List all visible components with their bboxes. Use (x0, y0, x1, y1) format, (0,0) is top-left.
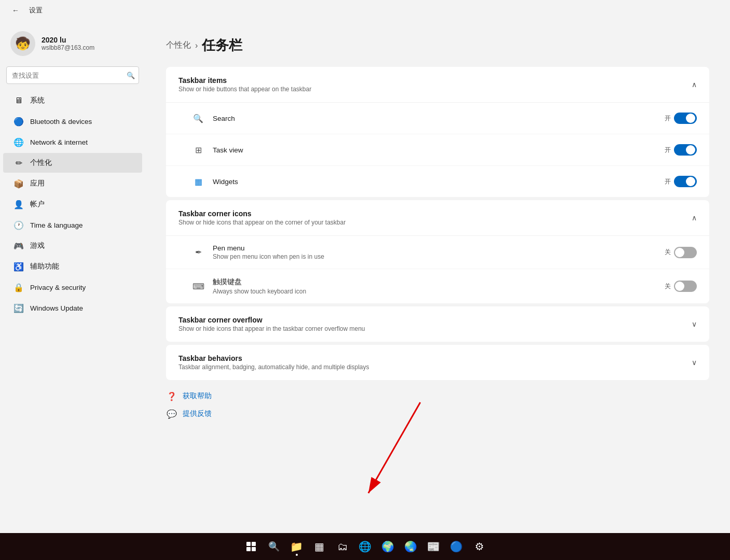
taskbar-browser1-button[interactable]: 🌐 (355, 536, 376, 557)
taskbar-corner-icons-subtitle: Show or hide icons that appear on the co… (178, 219, 346, 226)
taskbar-corner-overflow-chevron: ∨ (692, 320, 697, 328)
touch-keyboard-toggle-label: 关 (665, 282, 671, 291)
sidebar-item-gaming-label: 游戏 (30, 241, 45, 250)
main-content: 个性化 › 任务栏 Taskbar items Show or hide but… (145, 21, 730, 533)
taskbar-corner-icons-card: Taskbar corner icons Show or hide icons … (166, 200, 709, 303)
widgets-toggle[interactable] (674, 176, 697, 187)
sidebar-item-system-label: 系统 (30, 96, 45, 105)
search-icon: 🔍 (127, 72, 135, 79)
user-email: wslbb87@163.com (42, 44, 94, 51)
back-icon: ← (12, 6, 19, 15)
sidebar-item-windows-update[interactable]: 🔄 Windows Update (3, 298, 142, 318)
taskbar: 🔍 📁 ▦ 🗂 🌐 🌍 🌏 📰 🔵 ⚙ (0, 533, 730, 560)
accessibility-icon: ♿ (13, 261, 24, 272)
get-help-label: 获取帮助 (183, 391, 212, 401)
taskbar-corner-icons-title: Taskbar corner icons (178, 209, 346, 218)
widgets-setting-row: ▦ Widgets 开 (166, 166, 709, 197)
help-links: ❓ 获取帮助 💬 提供反馈 (166, 390, 709, 419)
sidebar-item-time-label: Time & language (30, 221, 83, 229)
taskbar-corner-icons-header[interactable]: Taskbar corner icons Show or hide icons … (166, 200, 709, 235)
taskbar-search-button[interactable]: 🔍 (264, 536, 284, 557)
bluetooth-icon: 🔵 (13, 116, 24, 127)
window-title: 设置 (29, 6, 43, 15)
taskbar-settings-button[interactable]: ⚙ (469, 536, 490, 557)
taskview-toggle-label: 开 (665, 146, 671, 155)
taskbar-search-icon: 🔍 (268, 541, 280, 552)
feedback-label: 提供反馈 (183, 409, 212, 418)
taskbar-behaviors-chevron: ∨ (692, 358, 697, 367)
taskbar-browser3-button[interactable]: 🌏 (401, 536, 421, 557)
search-toggle[interactable] (674, 113, 697, 124)
taskbar-items-subtitle: Show or hide buttons that appear on the … (178, 86, 311, 93)
sidebar-item-network-label: Network & internet (30, 138, 88, 146)
network-icon: 🌐 (13, 137, 24, 147)
user-info: 2020 lu wslbb87@163.com (42, 36, 94, 51)
taskbar-browser1-icon: 🌐 (359, 540, 371, 553)
sidebar-item-accessibility[interactable]: ♿ 辅助功能 (3, 257, 142, 276)
search-setting-icon: 🔍 (191, 111, 205, 125)
breadcrumb-current: 任务栏 (202, 36, 242, 54)
search-input[interactable] (6, 66, 139, 84)
sidebar-item-network[interactable]: 🌐 Network & internet (3, 132, 142, 152)
sidebar-item-privacy[interactable]: 🔒 Privacy & security (3, 277, 142, 297)
taskbar-files-icon: 📁 (290, 540, 303, 553)
taskbar-folder-button[interactable]: 🗂 (332, 536, 353, 557)
sidebar-item-accounts[interactable]: 👤 帐户 (3, 194, 142, 214)
widgets-toggle-label: 开 (665, 177, 671, 186)
taskbar-widgets-button[interactable]: ▦ (309, 536, 330, 557)
taskbar-corner-icons-chevron: ∧ (692, 214, 697, 222)
back-button[interactable]: ← (8, 3, 23, 18)
search-box: 🔍 (6, 66, 139, 84)
privacy-icon: 🔒 (13, 282, 24, 292)
breadcrumb-separator: › (195, 41, 198, 50)
pen-menu-label: Pen menu (213, 244, 665, 252)
taskbar-app1-button[interactable]: 📰 (423, 536, 444, 557)
touch-keyboard-icon: ⌨ (191, 279, 205, 293)
search-toggle-label: 开 (665, 114, 671, 123)
taskbar-corner-icons-body: ✒ Pen menu Show pen menu icon when pen i… (166, 235, 709, 303)
taskbar-behaviors-title: Taskbar behaviors (178, 354, 369, 362)
sidebar-item-bluetooth[interactable]: 🔵 Bluetooth & devices (3, 111, 142, 131)
widgets-setting-label: Widgets (213, 178, 665, 186)
pen-menu-row: ✒ Pen menu Show pen menu icon when pen i… (166, 236, 709, 269)
feedback-link[interactable]: 💬 提供反馈 (166, 408, 709, 419)
taskbar-behaviors-subtitle: Taskbar alignment, badging, automaticall… (178, 363, 369, 371)
sidebar-item-apps[interactable]: 📦 应用 (3, 174, 142, 193)
apps-icon: 📦 (13, 178, 24, 189)
user-name: 2020 lu (42, 36, 94, 44)
pen-menu-toggle[interactable] (674, 247, 697, 258)
sidebar-item-personalization[interactable]: ✏ 个性化 (3, 153, 142, 173)
user-profile: 🧒 2020 lu wslbb87@163.com (0, 25, 145, 66)
taskbar-corner-overflow-header[interactable]: Taskbar corner overflow Show or hide ico… (166, 306, 709, 342)
taskbar-corner-overflow-title: Taskbar corner overflow (178, 316, 365, 324)
sidebar-item-gaming[interactable]: 🎮 游戏 (3, 236, 142, 256)
taskbar-browser2-button[interactable]: 🌍 (378, 536, 398, 557)
sidebar-item-time[interactable]: 🕐 Time & language (3, 215, 142, 235)
time-icon: 🕐 (13, 220, 24, 230)
sidebar-item-system[interactable]: 🖥 系统 (3, 91, 142, 110)
sidebar-item-bluetooth-label: Bluetooth & devices (30, 118, 92, 125)
taskbar-items-header[interactable]: Taskbar items Show or hide buttons that … (166, 67, 709, 102)
taskbar-settings-icon: ⚙ (475, 540, 484, 553)
sidebar-item-accounts-label: 帐户 (30, 200, 45, 209)
taskview-setting-row: ⊞ Task view 开 (166, 134, 709, 166)
taskbar-behaviors-header[interactable]: Taskbar behaviors Taskbar alignment, bad… (166, 345, 709, 380)
taskbar-files-button[interactable]: 📁 (286, 536, 307, 557)
sidebar-item-apps-label: 应用 (30, 179, 45, 188)
personalization-icon: ✏ (13, 158, 24, 168)
taskview-toggle[interactable] (674, 144, 697, 156)
taskbar-corner-overflow-card: Taskbar corner overflow Show or hide ico… (166, 306, 709, 342)
get-help-link[interactable]: ❓ 获取帮助 (166, 390, 709, 402)
touch-keyboard-sublabel: Always show touch keyboard icon (213, 288, 665, 295)
search-setting-label: Search (213, 115, 665, 122)
pen-menu-sublabel: Show pen menu icon when pen is in use (213, 253, 665, 260)
taskbar-chrome-button[interactable]: 🔵 (446, 536, 467, 557)
pen-menu-toggle-label: 关 (665, 248, 671, 257)
accounts-icon: 👤 (13, 199, 24, 209)
taskbar-app1-icon: 📰 (427, 540, 440, 553)
taskbar-start-button[interactable] (241, 536, 261, 557)
sidebar-item-personalization-label: 个性化 (30, 158, 52, 167)
taskbar-items-chevron: ∧ (692, 80, 697, 89)
windows-update-icon: 🔄 (13, 303, 24, 313)
touch-keyboard-toggle[interactable] (674, 281, 697, 292)
